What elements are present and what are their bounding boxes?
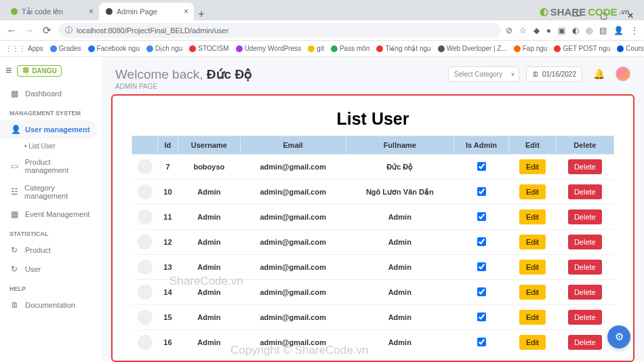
bookmark[interactable]: Facebook ngu <box>88 45 140 52</box>
category-select[interactable]: Select Category <box>448 66 519 82</box>
edit-button[interactable]: Edit <box>519 159 546 174</box>
forward-button[interactable]: → <box>23 24 35 36</box>
delete-button[interactable]: Delete <box>568 209 602 224</box>
col-username: Username <box>178 136 240 155</box>
sidebar-item-user-stats[interactable]: ↻User <box>0 260 102 279</box>
sidebar-item-dashboard[interactable]: ▦Dashboard <box>0 84 102 103</box>
extension-icon[interactable]: ◐ <box>572 26 579 35</box>
delete-button[interactable]: Delete <box>568 285 602 300</box>
page-subtitle: ADMIN PAGE <box>102 83 644 90</box>
delete-button[interactable]: Delete <box>568 184 602 199</box>
delete-button[interactable]: Delete <box>568 310 602 325</box>
edit-button[interactable]: Edit <box>519 235 546 249</box>
bookmark[interactable]: Grades <box>50 45 81 52</box>
bookmark[interactable]: Coursera ngu <box>617 45 644 52</box>
minimize-button[interactable]: — <box>563 11 590 20</box>
isadmin-checkbox[interactable] <box>477 162 486 171</box>
row-avatar <box>138 209 153 224</box>
sidebar-item-event-management[interactable]: ▦Event Management <box>0 205 102 224</box>
bookmark[interactable]: Pass môn <box>331 45 369 52</box>
sidebar-item-product-management[interactable]: ▭Product management <box>0 153 102 179</box>
cell-fullname: Admin <box>346 330 454 350</box>
user-avatar[interactable] <box>616 66 630 81</box>
back-button[interactable]: ← <box>5 24 18 36</box>
toolbar-icon[interactable]: ☆ <box>519 26 527 35</box>
col-isadmin: Is Admin <box>454 136 508 155</box>
cell-isadmin <box>454 280 508 305</box>
extension-icon[interactable]: ▣ <box>558 26 565 35</box>
user-table: Id Username Email Fullname Is Admin Edit… <box>132 136 614 350</box>
notifications-icon[interactable]: 🔔 <box>593 68 605 79</box>
cell-id: 15 <box>158 305 178 330</box>
edit-button[interactable]: Edit <box>519 209 546 224</box>
browser-tab[interactable]: Tải code lên × <box>4 3 99 20</box>
bookmark[interactable]: Dịch ngu <box>146 45 182 52</box>
isadmin-checkbox[interactable] <box>477 212 486 221</box>
close-window-button[interactable]: ✕ <box>617 11 644 20</box>
doc-icon: 🗎 <box>11 300 20 310</box>
cell-email: admin@gmail.com <box>240 305 346 330</box>
cell-isadmin <box>454 205 508 230</box>
cell-email: admin@gmail.com <box>240 205 346 230</box>
address-bar[interactable]: ⓘ localhost:8080/ProjectFinal_BELD/admin… <box>58 23 500 38</box>
isadmin-checkbox[interactable] <box>477 237 486 246</box>
hamburger-icon[interactable]: ≡ <box>5 64 12 77</box>
bookmark[interactable]: STOCISM <box>189 45 228 52</box>
edit-button[interactable]: Edit <box>519 310 546 325</box>
extension-icon[interactable]: ◆ <box>534 26 540 35</box>
welcome-text: Welcome back, Đức Độ <box>115 66 252 82</box>
toolbar-icon[interactable]: ⊘ <box>506 26 512 35</box>
table-title: List User <box>132 106 614 136</box>
extension-icon[interactable]: ◎ <box>586 26 592 35</box>
table-row: 14Adminadmin@gmail.comAdminEditDelete <box>132 280 614 305</box>
sidebar-item-user-management[interactable]: 👤User management <box>0 120 98 139</box>
isadmin-checkbox[interactable] <box>477 262 486 271</box>
maximize-button[interactable]: ▢ <box>590 11 617 20</box>
bookmark[interactable]: Web Dverloper | Z... <box>438 45 507 52</box>
edit-button[interactable]: Edit <box>519 335 546 350</box>
edit-button[interactable]: Edit <box>519 260 546 275</box>
cell-username: Admin <box>178 180 240 205</box>
sidebar-item-category-management[interactable]: ☳Category management <box>0 179 102 205</box>
isadmin-checkbox[interactable] <box>477 187 486 196</box>
bookmark[interactable]: GET POST ngu <box>554 45 610 52</box>
window-controls: — ▢ ✕ <box>563 11 644 20</box>
extension-icon[interactable]: ▤ <box>599 26 607 35</box>
new-tab-button[interactable]: + <box>194 8 209 20</box>
cell-isadmin <box>454 180 508 205</box>
close-tab-icon[interactable]: × <box>89 7 94 16</box>
settings-fab[interactable]: ⚙ <box>607 325 630 348</box>
browser-tab-active[interactable]: Admin Page × <box>99 3 194 20</box>
sidebar-item-documentation[interactable]: 🗎Documentation <box>0 296 102 315</box>
bookmark[interactable]: Udemy WordPress <box>236 45 302 52</box>
isadmin-checkbox[interactable] <box>477 287 486 296</box>
isadmin-checkbox[interactable] <box>477 313 486 321</box>
edit-button[interactable]: Edit <box>519 285 546 300</box>
menu-icon[interactable]: ⋮ <box>630 26 639 35</box>
url-text: localhost:8080/ProjectFinal_BELD/admin/u… <box>77 26 228 35</box>
bookmark[interactable]: Fap ngu <box>514 45 548 52</box>
date-picker[interactable]: 🗓01/16/2022 <box>526 66 582 82</box>
delete-button[interactable]: Delete <box>568 260 602 275</box>
calendar-icon: 🗓 <box>532 71 539 78</box>
isadmin-checkbox[interactable] <box>477 338 486 346</box>
delete-button[interactable]: Delete <box>568 235 602 249</box>
cell-id: 13 <box>158 255 178 280</box>
col-email: Email <box>240 136 346 155</box>
profile-icon[interactable]: 👤 <box>613 26 624 35</box>
bookmark[interactable]: git <box>308 45 324 52</box>
reload-button[interactable]: ⟳ <box>41 24 53 37</box>
sidebar-header: STATISTICAL <box>0 224 102 241</box>
delete-button[interactable]: Delete <box>568 335 602 350</box>
brand-logo[interactable]: 🍀 DANGU <box>17 65 61 77</box>
delete-button[interactable]: Delete <box>568 159 602 174</box>
close-tab-icon[interactable]: × <box>184 7 188 16</box>
sidebar-subitem-list-user[interactable]: • List User <box>0 139 102 153</box>
apps-button[interactable]: ⋮⋮⋮ Apps <box>5 45 43 52</box>
sidebar-item-product-stats[interactable]: ↻Product <box>0 241 102 260</box>
edit-button[interactable]: Edit <box>519 184 546 199</box>
cell-fullname: Đức Độ <box>346 155 454 180</box>
bookmark[interactable]: Tiếng nhật ngu <box>376 45 430 52</box>
cell-username: Admin <box>178 230 240 255</box>
extension-icon[interactable]: ● <box>546 26 551 35</box>
